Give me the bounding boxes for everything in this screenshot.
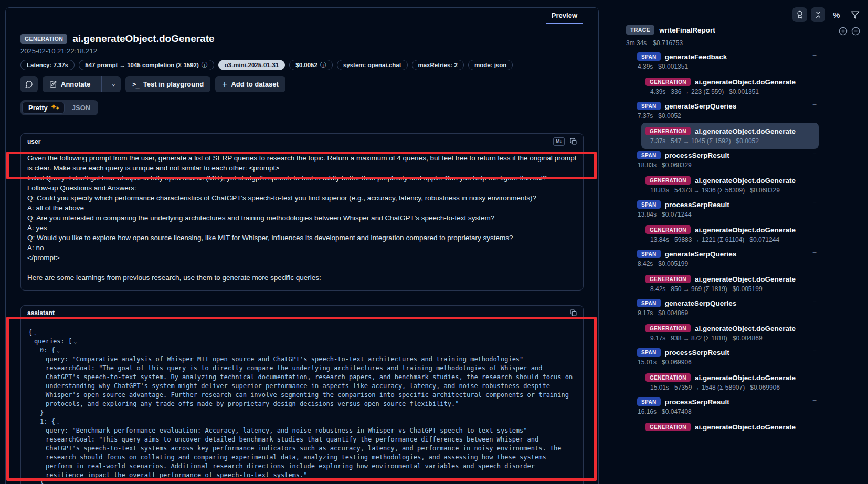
info-icon: ⓘ — [320, 62, 326, 68]
annotate-dropdown-button[interactable]: ⌄ — [106, 76, 121, 92]
collapse-row-button[interactable]: − — [812, 347, 817, 355]
trace-tree-group: SPANprocessSerpResult−18.83s$0.068329GEN… — [633, 149, 819, 198]
fold-vertical-icon — [814, 10, 822, 19]
trace-tree-group: SPANgenerateFeedback−4.39s$0.001351GENER… — [633, 50, 819, 100]
span-metrics: 9.17s$0.004869 — [633, 309, 819, 320]
trace-tree: SPANgenerateFeedback−4.39s$0.001351GENER… — [633, 50, 819, 434]
trace-duration: 3m 34s — [626, 39, 647, 47]
json-line: query: "Comparative analysis of Whisper … — [28, 355, 576, 364]
trace-tree-generation-row[interactable]: GENERATIONai.generateObject.doGenerate4.… — [641, 73, 819, 100]
trace-tree-span-row[interactable]: SPANgenerateSerpQueries− — [633, 100, 819, 112]
annotate-button[interactable]: Annotate ⌄ — [43, 76, 121, 92]
tab-preview[interactable]: Preview — [546, 8, 583, 24]
copy-icon[interactable] — [570, 309, 577, 316]
generation-name: ai.generateObject.doGenerate — [695, 226, 796, 234]
output-format-toggle: Pretty ✦✦ JSON — [20, 100, 98, 115]
collapse-row-button[interactable]: − — [812, 149, 817, 158]
trace-tree-group: SPANgenerateSerpQueries−7.37s$0.0052GENE… — [633, 100, 819, 149]
json-line: {⌄ — [28, 328, 576, 337]
span-name: processSerpResult — [665, 349, 729, 357]
span-metrics: 13.84s$0.071244 — [633, 211, 819, 221]
user-message-line: Given the following prompt from the user… — [27, 153, 577, 173]
trace-title[interactable]: writeFinalReport — [659, 26, 715, 34]
trace-tree-span-row[interactable]: SPANprocessSerpResult− — [633, 395, 819, 408]
span-metrics: 16.16s$0.047408 — [633, 408, 819, 418]
span-type-badge: SPAN — [637, 397, 661, 406]
expand-all-icon[interactable] — [839, 27, 848, 36]
user-message-line: Q: Could you specify which performance c… — [27, 193, 577, 203]
show-percentages-button[interactable]: % — [829, 7, 844, 22]
award-icon — [796, 10, 804, 19]
generation-tokens: 938 → 872 (Σ 1810) — [671, 335, 727, 342]
copy-icon[interactable] — [570, 138, 577, 145]
json-line: researchGoal: "The goal of this query is… — [28, 364, 576, 408]
toggle-json[interactable]: JSON — [66, 102, 97, 114]
message-role-label: user — [27, 138, 40, 145]
json-line: } — [28, 480, 576, 484]
generation-tokens: 57359 → 1548 (Σ 58907) — [674, 384, 745, 391]
collapse-tree-icon[interactable] — [851, 27, 860, 36]
collapse-row-button[interactable]: − — [812, 51, 817, 59]
trace-tree-span-row[interactable]: SPANgenerateSerpQueries− — [633, 297, 819, 309]
collapse-row-button[interactable]: − — [812, 199, 817, 207]
add-to-dataset-button[interactable]: + Add to dataset — [215, 76, 285, 92]
model-pill[interactable]: o3-mini-2025-01-31 — [218, 60, 285, 70]
trace-tree-generation-row[interactable]: GENERATIONai.generateObject.doGenerate9.… — [641, 320, 819, 346]
comments-button[interactable] — [20, 76, 38, 92]
system-pill: system: openai.chat — [337, 60, 408, 70]
collapse-chevron-icon[interactable]: ⌄ — [57, 348, 60, 353]
markdown-toggle-icon[interactable]: M↓ — [553, 137, 565, 146]
span-duration: 4.39s — [638, 63, 653, 70]
generation-cost: $0.0052 — [736, 137, 759, 145]
span-type-badge: SPAN — [637, 250, 661, 258]
span-metrics: 8.42s$0.005199 — [633, 260, 819, 271]
collapse-row-button[interactable]: − — [812, 248, 817, 256]
tree-guide-line — [638, 172, 638, 201]
generation-name: ai.generateObject.doGenerate — [695, 177, 796, 185]
trace-tree-span-row[interactable]: SPANgenerateSerpQueries− — [633, 248, 819, 260]
trace-tree-span-row[interactable]: SPANgenerateFeedback− — [633, 50, 819, 63]
collapse-row-button[interactable]: − — [812, 100, 817, 109]
collapse-chevron-icon[interactable]: ⌄ — [34, 330, 37, 336]
trace-tree-span-row[interactable]: SPANprocessSerpResult− — [633, 149, 819, 162]
detail-tab-bar: Preview — [6, 8, 598, 24]
generation-name: ai.generateObject.doGenerate — [695, 374, 796, 382]
collapse-row-button[interactable]: − — [812, 396, 817, 404]
json-line: 0: {⌄ — [28, 346, 576, 355]
chevron-down-icon: ⌄ — [111, 81, 116, 88]
generation-duration: 13.84s — [650, 236, 669, 243]
toggle-pretty[interactable]: Pretty ✦✦ — [22, 102, 65, 114]
trace-tree-generation-row[interactable]: GENERATIONai.generateObject.doGenerate15… — [641, 369, 819, 395]
generation-name: ai.generateObject.doGenerate — [695, 325, 796, 332]
cost-pill[interactable]: $0.0052ⓘ — [289, 60, 333, 70]
span-name: generateFeedback — [665, 53, 727, 61]
trace-tree-generation-row[interactable]: GENERATIONai.generateObject.doGenerate13… — [641, 221, 819, 248]
trace-tree-span-row[interactable]: SPANprocessSerpResult− — [633, 198, 819, 211]
generation-cost: $0.001351 — [729, 88, 759, 95]
user-message-line: A: no — [27, 243, 577, 253]
tree-guide-line — [638, 221, 638, 250]
trace-tree-generation-row[interactable]: GENERATIONai.generateObject.doGenerate7.… — [641, 123, 819, 149]
span-metrics: 4.39s$0.001351 — [633, 63, 819, 73]
trace-tree-span-row[interactable]: SPANprocessSerpResult− — [633, 346, 819, 359]
collapse-chevron-icon[interactable]: ⌄ — [73, 339, 77, 345]
generation-type-badge: GENERATION — [645, 176, 691, 185]
json-line-text: researchGoal: "The goal of this query is… — [46, 364, 576, 407]
trace-tree-generation-row[interactable]: GENERATIONai.generateObject.doGenerate8.… — [641, 271, 819, 297]
collapse-all-button[interactable] — [811, 7, 825, 22]
collapse-chevron-icon[interactable]: ⌄ — [57, 419, 60, 425]
trace-tree-generation-row[interactable]: GENERATIONai.generateObject.doGenerate — [641, 418, 819, 434]
generation-title-row: GENERATIONai.generateObject.doGenerate — [641, 125, 814, 137]
collapse-row-button[interactable]: − — [812, 297, 817, 306]
annotation-queue-button[interactable] — [792, 7, 807, 22]
trace-tree-generation-row[interactable]: GENERATIONai.generateObject.doGenerate18… — [641, 172, 819, 198]
token-usage-pill[interactable]: 547 prompt → 1045 completion (Σ 1592)ⓘ — [79, 60, 214, 70]
comment-bubble-icon — [25, 80, 33, 88]
tree-guide-line — [638, 369, 638, 398]
generation-title-row: GENERATIONai.generateObject.doGenerate — [641, 223, 814, 236]
test-in-playground-button[interactable]: >_ Test in playground — [125, 76, 210, 92]
tree-guide-line — [638, 320, 638, 349]
trace-tree-group: SPANprocessSerpResult−13.84s$0.071244GEN… — [633, 198, 819, 248]
filter-button[interactable] — [848, 7, 862, 22]
percent-icon: % — [830, 10, 843, 19]
